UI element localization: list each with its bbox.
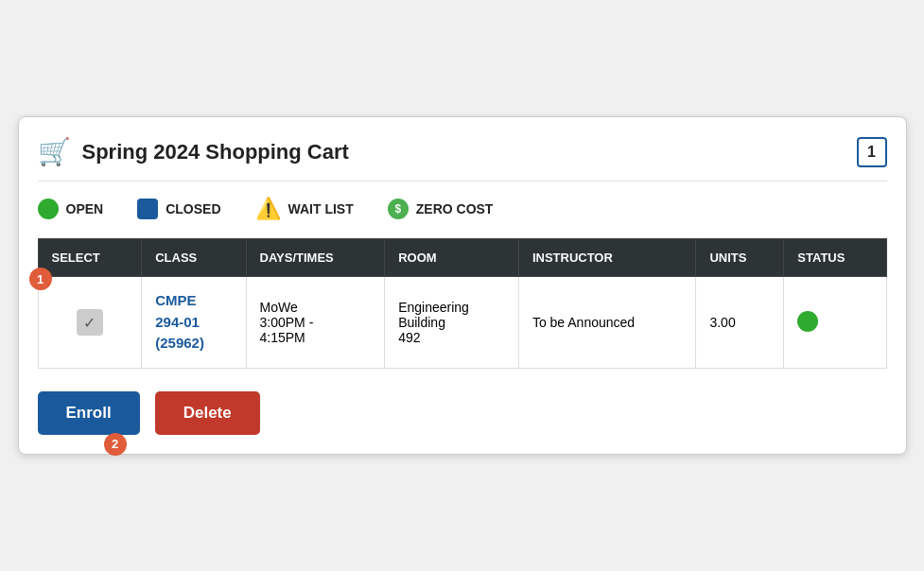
legend-closed: CLOSED xyxy=(137,199,220,219)
warning-icon: ⚠️ xyxy=(255,199,281,219)
status-cell xyxy=(784,277,886,369)
row-checkbox[interactable]: ✓ xyxy=(77,309,103,336)
legend: OPEN CLOSED ⚠️ WAIT LIST $ ZERO COST xyxy=(38,199,887,219)
page-title: Spring 2024 Shopping Cart xyxy=(82,140,349,164)
courses-table: SELECT CLASS DAYS/TIMES ROOM INSTRUCTOR … xyxy=(38,238,887,369)
delete-button[interactable]: Delete xyxy=(155,391,260,435)
header: 🛒 Spring 2024 Shopping Cart 1 xyxy=(38,136,887,182)
shopping-cart-container: 🛒 Spring 2024 Shopping Cart 1 OPEN CLOSE… xyxy=(18,116,907,455)
col-units: UNITS xyxy=(696,239,784,277)
action-buttons: Enroll Delete 2 xyxy=(38,391,887,435)
col-select: SELECT xyxy=(38,239,142,277)
waitlist-label: WAIT LIST xyxy=(288,201,354,216)
legend-open: OPEN xyxy=(38,199,104,219)
col-room: ROOM xyxy=(385,239,519,277)
select-cell: 1 ✓ xyxy=(38,277,142,369)
annotation-1: 1 xyxy=(29,268,52,290)
closed-icon xyxy=(137,199,158,219)
room-cell: Engineering Building 492 xyxy=(385,277,519,369)
table-header-row: SELECT CLASS DAYS/TIMES ROOM INSTRUCTOR … xyxy=(38,239,886,277)
legend-waitlist: ⚠️ WAIT LIST xyxy=(255,199,354,219)
table-row: 1 ✓ CMPE 294-01 (25962) MoWe 3:00PM - 4:… xyxy=(38,277,886,369)
enroll-button[interactable]: Enroll xyxy=(38,391,140,435)
open-label: OPEN xyxy=(66,201,104,216)
col-days: DAYS/TIMES xyxy=(246,239,385,277)
col-instructor: INSTRUCTOR xyxy=(518,239,696,277)
closed-label: CLOSED xyxy=(166,201,220,216)
class-cell: CMPE 294-01 (25962) xyxy=(142,277,246,369)
open-icon xyxy=(38,199,59,219)
cart-icon: 🛒 xyxy=(38,136,71,167)
legend-zerocost: $ ZERO COST xyxy=(388,199,494,219)
cart-count-badge: 1 xyxy=(857,137,887,167)
checkmark-icon: ✓ xyxy=(83,314,96,332)
units-cell: 3.00 xyxy=(696,277,784,369)
class-link[interactable]: CMPE 294-01 (25962) xyxy=(155,292,204,351)
status-open-icon xyxy=(797,311,818,332)
header-left: 🛒 Spring 2024 Shopping Cart xyxy=(38,136,349,167)
days-cell: MoWe 3:00PM - 4:15PM xyxy=(246,277,385,369)
col-class: CLASS xyxy=(142,239,246,277)
zerocost-label: ZERO COST xyxy=(416,201,494,216)
col-status: STATUS xyxy=(784,239,886,277)
instructor-cell: To be Announced xyxy=(518,277,696,369)
annotation-2: 2 xyxy=(104,433,127,456)
zerocost-icon: $ xyxy=(388,199,409,219)
